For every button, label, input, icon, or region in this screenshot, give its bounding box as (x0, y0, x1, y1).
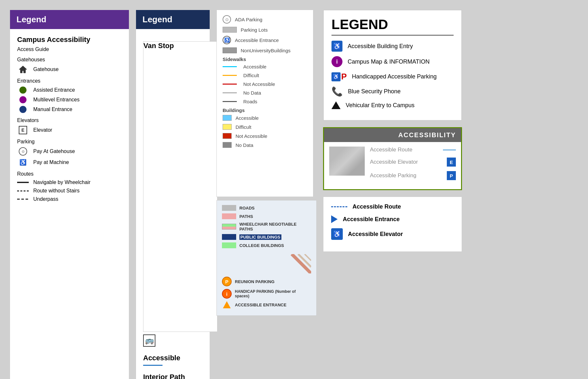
roads-item: ROADS (222, 205, 311, 211)
underpass-label: Underpass (33, 196, 58, 202)
wheelchair-paths-label: WHEELCHAIR NEGOTIABLE PATHS (239, 222, 311, 231)
accessible-entrance-icon: ♿ (223, 36, 231, 44)
b-nodata-label: No Data (236, 142, 253, 148)
public-bldg-label: PUBLIC BUILDINGS (239, 234, 281, 240)
multilevel-icon (17, 96, 29, 103)
accessible-elevator-route-item: ♿ Accessible Elevator (331, 228, 454, 240)
multilevel-label: Multilevel Entrances (33, 97, 79, 103)
non-university-box (223, 47, 237, 53)
underpass-item: Underpass (17, 196, 122, 202)
college-bldg-label: COLLEGE BUILDINGS (239, 243, 284, 248)
accessible-route-map-item: Accessible Route (370, 147, 456, 153)
accessible-entrance-item: ♿ Accessible Entrance (223, 36, 307, 44)
reunion-parking-item: P REUNION PARKING (222, 277, 311, 286)
accessible-entrance-triangle (222, 301, 232, 308)
accessible-route-route-label: Accessible Route (352, 203, 401, 210)
legend4-title: LEGEND (331, 17, 454, 36)
sw-roads-label: Roads (243, 99, 257, 104)
accessible-elevator-map-item: Accessible Elevator E (370, 158, 456, 167)
wheelchair-route-item: Navigable by Wheelchair (17, 179, 122, 185)
b-difficult-label: Difficult (236, 124, 251, 130)
b-nodata-item: No Data (223, 142, 307, 148)
sw-accessible-line (223, 66, 237, 67)
manual-label: Manual Entrance (33, 107, 72, 112)
elevator-map-icon: E (447, 158, 456, 167)
right-column: LEGEND ♿ Accessible Building Entry i Cam… (323, 10, 462, 379)
college-bldg-box (222, 242, 236, 248)
roads-color-box (222, 205, 236, 211)
blue-phone-label: Blue Security Phone (348, 88, 401, 95)
accessible-entrance-route-label: Accessible Entrance (343, 216, 400, 223)
elevator-label: Elevator (33, 127, 52, 133)
legend2-header: Legend (136, 10, 210, 29)
elevators-section: Elevators (17, 118, 122, 123)
solid-route-icon (17, 182, 29, 183)
map-image (329, 147, 365, 176)
sw-not-accessible-label: Not Accessible (243, 81, 275, 87)
route-panel: Accessible Route Accessible Entrance ♿ A… (323, 197, 462, 252)
legend1-header: Legend (10, 10, 129, 29)
wheelchair-p-icon: ♿ (331, 72, 341, 81)
sw-difficult-label: Difficult (243, 73, 259, 78)
sw-accessible-label: Accessible (243, 64, 267, 69)
wheelchair-paths-item: WHEELCHAIR NEGOTIABLE PATHS (222, 222, 311, 231)
entrances-section: Entrances (17, 78, 122, 84)
middle-column: Legend Van Stop 🚌 Accessible Interior Pa… (136, 10, 210, 379)
ada-parking-label: ADA Parking (235, 17, 262, 22)
college-bldg-item: COLLEGE BUILDINGS (222, 242, 311, 248)
accessible-entrance-road-label: ACCESSIBLE ENTRANCE (235, 302, 287, 307)
campus-map-label: Campus Map & INFORMATION (348, 58, 430, 65)
map-header: ACCESSIBILITY (324, 128, 461, 142)
accessible-elevator-map-label: Accessible Elevator (370, 159, 418, 165)
non-university-item: NonUniversityBuildings (223, 47, 307, 53)
buildings-section-label: Buildings (223, 108, 307, 113)
b-difficult-item: Difficult (223, 124, 307, 130)
accessible-entrance-label: Accessible Entrance (235, 37, 279, 43)
dash-blue-icon (331, 206, 347, 207)
accessible-route-route-item: Accessible Route (331, 203, 454, 210)
map-thumbnail (329, 147, 365, 176)
legend-panel-2: Legend Van Stop 🚌 Accessible Interior Pa… (136, 10, 210, 379)
house-icon (17, 65, 29, 74)
pay-gatehouse-item: ⊙ Pay At Gatehouse (17, 147, 122, 156)
manual-icon (17, 106, 29, 113)
accessible-entrance-route-item: Accessible Entrance (331, 215, 454, 223)
vehicular-entry-label: Vehicular Entry to Campus (346, 102, 415, 109)
pay-gatehouse-label: Pay At Gatehouse (33, 149, 75, 154)
sw-no-data-label: No Data (243, 90, 261, 96)
accessible-entrance-road-item: ACCESSIBLE ENTRANCE (222, 301, 311, 308)
pay-machine-icon: ♿ (17, 158, 29, 167)
p-letter-icon: P (341, 72, 347, 82)
b-accessible-item: Accessible (223, 115, 307, 121)
b-not-label: Not Accessible (236, 133, 267, 139)
accessible-entry-item: ♿ Accessible Building Entry (331, 41, 454, 52)
roads-label: ROADS (239, 206, 255, 210)
handicap-parking-spaces-label: HANDICAP PARKING (Number of spaces) (235, 289, 311, 298)
paths-label: PATHS (239, 214, 253, 219)
accessible-label: Accessible (143, 354, 203, 362)
sw-roads-line (223, 101, 237, 102)
public-bldg-box (222, 234, 236, 240)
handicap-number-icon: i (222, 289, 232, 299)
routes-section: Routes (17, 171, 122, 177)
vehicular-entry-item: Vehicular Entry to Campus (331, 101, 454, 109)
handicap-parking-legend-item: ♿ P Handicapped Accessible Parking (331, 72, 454, 82)
dashed-route-icon (17, 190, 29, 191)
accessible-blue-line (143, 365, 163, 366)
van-stop-icon: 🚌 (143, 334, 155, 347)
b-difficult-box (223, 124, 232, 130)
b-not-item: Not Accessible (223, 133, 307, 139)
interior-path-label: Interior Path (143, 373, 203, 379)
legend-panel-3: ⊙ ADA Parking Parking Lots ♿ Accessible … (216, 10, 313, 197)
non-university-label: NonUniversityBuildings (241, 48, 290, 53)
blue-phone-item: 📞 Blue Security Phone (331, 86, 454, 97)
b-accessible-label: Accessible (236, 115, 259, 121)
handicap-parking-combo-icon: ♿ P (331, 72, 347, 82)
ada-parking-item: ⊙ ADA Parking (223, 15, 307, 24)
accessible-elevator-route-label: Accessible Elevator (348, 231, 403, 238)
pay-gatehouse-icon: ⊙ (17, 147, 29, 156)
sw-difficult-line (223, 75, 237, 76)
van-stop-label: Van Stop (143, 41, 217, 332)
legend-panel-4: LEGEND ♿ Accessible Building Entry i Cam… (323, 10, 462, 121)
reunion-parking-label: REUNION PARKING (235, 279, 275, 284)
